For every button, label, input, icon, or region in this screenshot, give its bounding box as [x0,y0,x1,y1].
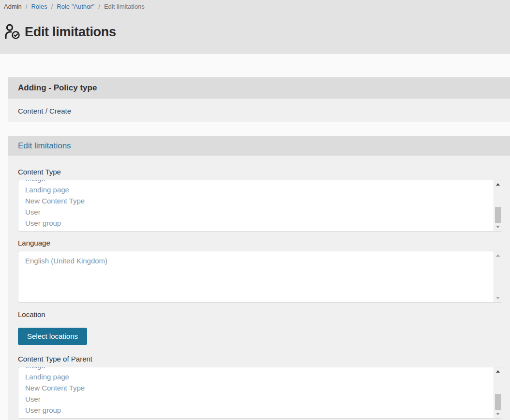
policy-type-card-title: Adding - Policy type [18,83,97,93]
scroll-down-icon[interactable] [494,223,502,231]
breadcrumb-separator: / [98,3,100,10]
breadcrumb-item[interactable]: Role "Author" [57,3,94,10]
language-label: Language [18,239,502,247]
edit-limitations-card: Edit limitations Content Type ImageLandi… [8,136,510,420]
select-option-partial[interactable]: Image [25,367,502,371]
select-option[interactable]: Landing page [25,371,502,382]
scrollbar-thumb[interactable] [495,207,501,223]
content-type-scrollbar[interactable] [494,180,502,231]
user-check-icon [4,23,21,42]
content-type-of-parent-multiselect[interactable]: ImageLanding pageNew Content TypeUserUse… [18,367,502,419]
breadcrumb-item: Edit limitations [104,3,145,10]
breadcrumb-separator: / [26,3,28,10]
scroll-up-icon[interactable] [494,180,502,188]
select-option[interactable]: User group [25,405,502,416]
main-content: Adding - Policy type Content / Create Ed… [0,54,510,420]
policy-type-card: Adding - Policy type Content / Create [8,77,510,122]
scrollbar-thumb[interactable] [495,394,501,410]
select-option[interactable]: User [25,393,502,405]
breadcrumb-item[interactable]: Roles [31,3,47,10]
scroll-up-icon[interactable] [494,367,502,376]
content-type-label: Content Type [18,168,502,176]
content-type-multiselect[interactable]: ImageLanding pageNew Content TypeUserUse… [18,180,502,232]
policy-type-card-header: Adding - Policy type [8,77,510,99]
page-header: Admin/Roles/Role "Author"/Edit limitatio… [0,0,510,54]
breadcrumb-separator: / [51,3,53,10]
scroll-down-icon[interactable] [494,294,502,302]
scroll-down-icon[interactable] [494,410,502,418]
content-type-of-parent-scrollbar[interactable] [494,367,502,418]
page-title: Edit limitations [25,25,116,40]
select-option[interactable]: User group [25,217,502,229]
select-option[interactable]: New Content Type [25,195,502,206]
location-label: Location [18,310,502,319]
select-locations-button[interactable]: Select locations [18,328,87,345]
select-option-partial[interactable]: Image [25,180,502,184]
language-multiselect[interactable]: English (United Kingdom) [18,251,502,303]
edit-limitations-card-title: Edit limitations [18,141,71,151]
select-option[interactable]: User [25,206,502,217]
policy-type-card-body: Content / Create [8,99,510,122]
scroll-up-icon[interactable] [494,251,502,260]
title-row: Edit limitations [4,22,510,42]
edit-limitations-card-header: Edit limitations [8,136,510,156]
select-option[interactable]: New Content Type [25,382,502,393]
edit-limitations-card-body: Content Type ImageLanding pageNew Conten… [8,156,510,420]
select-option[interactable]: English (United Kingdom) [25,255,502,266]
policy-value: Content / Create [18,107,71,115]
select-option[interactable]: Landing page [25,184,502,195]
breadcrumb: Admin/Roles/Role "Author"/Edit limitatio… [4,3,510,11]
content-type-of-parent-label: Content Type of Parent [18,355,502,363]
breadcrumb-item: Admin [4,3,22,10]
language-scrollbar[interactable] [494,251,502,302]
